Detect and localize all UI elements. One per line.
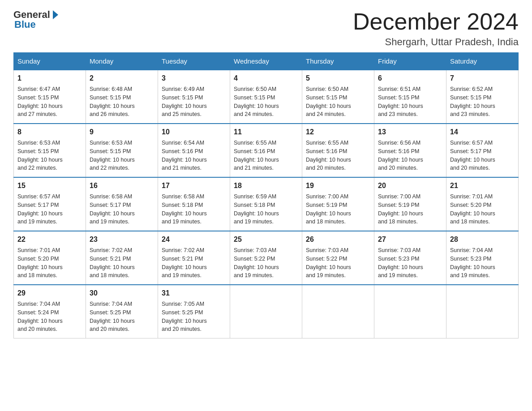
- day-info: Sunrise: 6:52 AMSunset: 5:15 PMDaylight:…: [450, 85, 515, 119]
- day-info: Sunrise: 7:01 AMSunset: 5:20 PMDaylight:…: [450, 193, 515, 226]
- day-info: Sunrise: 7:05 AMSunset: 5:25 PMDaylight:…: [162, 300, 226, 334]
- day-number: 23: [90, 234, 154, 245]
- calendar-header-row: SundayMondayTuesdayWednesdayThursdayFrid…: [14, 53, 519, 70]
- calendar-cell: 28Sunrise: 7:04 AMSunset: 5:23 PMDayligh…: [446, 231, 519, 285]
- calendar-cell: [374, 285, 446, 338]
- day-info: Sunrise: 6:59 AMSunset: 5:18 PMDaylight:…: [234, 193, 298, 226]
- day-number: 13: [378, 127, 442, 137]
- day-number: 24: [162, 234, 226, 245]
- calendar-header-tuesday: Tuesday: [158, 53, 230, 70]
- calendar-cell: 11Sunrise: 6:55 AMSunset: 5:16 PMDayligh…: [230, 124, 302, 177]
- calendar-week-row: 15Sunrise: 6:57 AMSunset: 5:17 PMDayligh…: [14, 177, 519, 231]
- day-number: 2: [90, 73, 154, 84]
- day-info: Sunrise: 6:58 AMSunset: 5:17 PMDaylight:…: [90, 193, 154, 226]
- day-number: 15: [17, 180, 82, 191]
- logo: General Blue: [13, 9, 58, 30]
- day-info: Sunrise: 7:04 AMSunset: 5:25 PMDaylight:…: [90, 300, 154, 334]
- month-title: December 2024: [353, 9, 519, 34]
- day-number: 3: [162, 73, 226, 84]
- calendar-cell: [446, 285, 519, 338]
- calendar-cell: 7Sunrise: 6:52 AMSunset: 5:15 PMDaylight…: [446, 70, 519, 124]
- day-number: 16: [90, 180, 154, 191]
- day-info: Sunrise: 6:54 AMSunset: 5:16 PMDaylight:…: [162, 139, 226, 172]
- calendar-week-row: 8Sunrise: 6:53 AMSunset: 5:15 PMDaylight…: [14, 124, 519, 177]
- title-block: December 2024 Shergarh, Uttar Pradesh, I…: [353, 9, 519, 48]
- day-info: Sunrise: 7:00 AMSunset: 5:19 PMDaylight:…: [378, 193, 442, 226]
- day-info: Sunrise: 6:57 AMSunset: 5:17 PMDaylight:…: [17, 193, 82, 226]
- calendar-cell: 26Sunrise: 7:03 AMSunset: 5:22 PMDayligh…: [302, 231, 374, 285]
- day-number: 1: [17, 73, 82, 84]
- calendar-cell: 2Sunrise: 6:48 AMSunset: 5:15 PMDaylight…: [86, 70, 158, 124]
- calendar-cell: 3Sunrise: 6:49 AMSunset: 5:15 PMDaylight…: [158, 70, 230, 124]
- day-number: 30: [90, 288, 154, 299]
- calendar-cell: 31Sunrise: 7:05 AMSunset: 5:25 PMDayligh…: [158, 285, 230, 338]
- calendar-cell: 14Sunrise: 6:57 AMSunset: 5:17 PMDayligh…: [446, 124, 519, 177]
- calendar-cell: 15Sunrise: 6:57 AMSunset: 5:17 PMDayligh…: [14, 177, 86, 231]
- calendar-week-row: 29Sunrise: 7:04 AMSunset: 5:24 PMDayligh…: [14, 285, 519, 338]
- calendar-header-friday: Friday: [374, 53, 446, 70]
- calendar-cell: 8Sunrise: 6:53 AMSunset: 5:15 PMDaylight…: [14, 124, 86, 177]
- page-header: General Blue December 2024 Shergarh, Utt…: [13, 9, 519, 48]
- calendar-cell: 30Sunrise: 7:04 AMSunset: 5:25 PMDayligh…: [86, 285, 158, 338]
- calendar-header-saturday: Saturday: [446, 53, 519, 70]
- calendar-cell: 29Sunrise: 7:04 AMSunset: 5:24 PMDayligh…: [14, 285, 86, 338]
- calendar-cell: 4Sunrise: 6:50 AMSunset: 5:15 PMDaylight…: [230, 70, 302, 124]
- day-info: Sunrise: 7:03 AMSunset: 5:22 PMDaylight:…: [234, 246, 298, 280]
- calendar-cell: 1Sunrise: 6:47 AMSunset: 5:15 PMDaylight…: [14, 70, 86, 124]
- day-number: 4: [234, 73, 298, 84]
- calendar-cell: 10Sunrise: 6:54 AMSunset: 5:16 PMDayligh…: [158, 124, 230, 177]
- calendar-cell: 24Sunrise: 7:02 AMSunset: 5:21 PMDayligh…: [158, 231, 230, 285]
- calendar-header-wednesday: Wednesday: [230, 53, 302, 70]
- calendar-cell: 22Sunrise: 7:01 AMSunset: 5:20 PMDayligh…: [14, 231, 86, 285]
- day-info: Sunrise: 6:48 AMSunset: 5:15 PMDaylight:…: [90, 85, 154, 119]
- day-number: 11: [234, 127, 298, 137]
- day-number: 20: [378, 180, 442, 191]
- day-info: Sunrise: 7:04 AMSunset: 5:23 PMDaylight:…: [450, 246, 515, 280]
- calendar-cell: 20Sunrise: 7:00 AMSunset: 5:19 PMDayligh…: [374, 177, 446, 231]
- day-number: 7: [450, 73, 515, 84]
- day-number: 19: [306, 180, 370, 191]
- calendar-cell: 25Sunrise: 7:03 AMSunset: 5:22 PMDayligh…: [230, 231, 302, 285]
- day-number: 18: [234, 180, 298, 191]
- day-info: Sunrise: 7:02 AMSunset: 5:21 PMDaylight:…: [162, 246, 226, 280]
- calendar-header-thursday: Thursday: [302, 53, 374, 70]
- day-number: 12: [306, 127, 370, 137]
- day-info: Sunrise: 6:51 AMSunset: 5:15 PMDaylight:…: [378, 85, 442, 119]
- calendar-cell: 16Sunrise: 6:58 AMSunset: 5:17 PMDayligh…: [86, 177, 158, 231]
- calendar-cell: 23Sunrise: 7:02 AMSunset: 5:21 PMDayligh…: [86, 231, 158, 285]
- logo-blue: Blue: [14, 19, 36, 30]
- calendar-cell: 9Sunrise: 6:53 AMSunset: 5:15 PMDaylight…: [86, 124, 158, 177]
- day-number: 17: [162, 180, 226, 191]
- day-number: 14: [450, 127, 515, 137]
- calendar-body: 1Sunrise: 6:47 AMSunset: 5:15 PMDaylight…: [14, 70, 519, 338]
- day-number: 26: [306, 234, 370, 245]
- day-info: Sunrise: 7:03 AMSunset: 5:23 PMDaylight:…: [378, 246, 442, 280]
- day-number: 10: [162, 127, 226, 137]
- calendar-header-monday: Monday: [86, 53, 158, 70]
- calendar-cell: 13Sunrise: 6:56 AMSunset: 5:16 PMDayligh…: [374, 124, 446, 177]
- calendar-cell: 17Sunrise: 6:58 AMSunset: 5:18 PMDayligh…: [158, 177, 230, 231]
- calendar-week-row: 1Sunrise: 6:47 AMSunset: 5:15 PMDaylight…: [14, 70, 519, 124]
- day-info: Sunrise: 6:50 AMSunset: 5:15 PMDaylight:…: [234, 85, 298, 119]
- calendar-cell: 5Sunrise: 6:50 AMSunset: 5:15 PMDaylight…: [302, 70, 374, 124]
- day-info: Sunrise: 6:50 AMSunset: 5:15 PMDaylight:…: [306, 85, 370, 119]
- day-number: 25: [234, 234, 298, 245]
- day-number: 9: [90, 127, 154, 137]
- day-info: Sunrise: 6:53 AMSunset: 5:15 PMDaylight:…: [90, 139, 154, 172]
- day-number: 21: [450, 180, 515, 191]
- day-number: 6: [378, 73, 442, 84]
- calendar-cell: 6Sunrise: 6:51 AMSunset: 5:15 PMDaylight…: [374, 70, 446, 124]
- day-number: 5: [306, 73, 370, 84]
- day-number: 22: [17, 234, 82, 245]
- day-info: Sunrise: 6:55 AMSunset: 5:16 PMDaylight:…: [306, 139, 370, 172]
- day-info: Sunrise: 7:00 AMSunset: 5:19 PMDaylight:…: [306, 193, 370, 226]
- day-info: Sunrise: 7:04 AMSunset: 5:24 PMDaylight:…: [17, 300, 82, 334]
- day-info: Sunrise: 7:02 AMSunset: 5:21 PMDaylight:…: [90, 246, 154, 280]
- calendar-cell: 21Sunrise: 7:01 AMSunset: 5:20 PMDayligh…: [446, 177, 519, 231]
- day-info: Sunrise: 6:55 AMSunset: 5:16 PMDaylight:…: [234, 139, 298, 172]
- day-number: 31: [162, 288, 226, 299]
- day-info: Sunrise: 6:58 AMSunset: 5:18 PMDaylight:…: [162, 193, 226, 226]
- day-info: Sunrise: 6:56 AMSunset: 5:16 PMDaylight:…: [378, 139, 442, 172]
- day-number: 27: [378, 234, 442, 245]
- calendar-table: SundayMondayTuesdayWednesdayThursdayFrid…: [13, 52, 519, 338]
